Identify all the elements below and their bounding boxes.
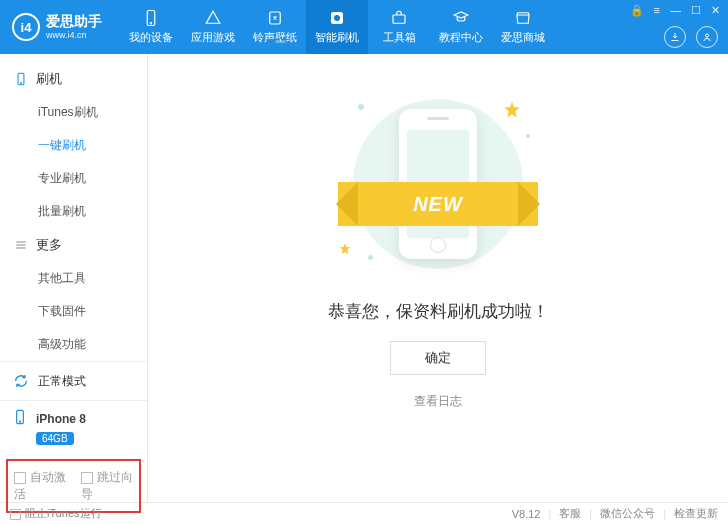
user-icon[interactable]	[696, 26, 718, 48]
lock-icon[interactable]: 🔒	[630, 4, 644, 17]
star-icon	[502, 100, 522, 120]
titlebar: i4 爱思助手 www.i4.cn 我的设备 应用游戏 铃声壁纸 智能刷机 工具…	[0, 0, 728, 54]
wechat-link[interactable]: 微信公众号	[600, 506, 655, 521]
sidebar-group-more: 更多	[0, 228, 147, 262]
new-ribbon: NEW	[338, 182, 538, 226]
app-url: www.i4.cn	[46, 30, 102, 41]
options-highlight: 自动激活 跳过向导	[6, 459, 141, 513]
mode-status[interactable]: 正常模式	[0, 361, 147, 400]
success-illustration: NEW	[328, 94, 548, 274]
support-link[interactable]: 客服	[559, 506, 581, 521]
window-controls: 🔒 ≡ — ☐ ✕	[630, 4, 720, 17]
main-content: NEW 恭喜您，保资料刷机成功啦！ 确定 查看日志	[148, 54, 728, 502]
main-tabs: 我的设备 应用游戏 铃声壁纸 智能刷机 工具箱 教程中心 爱思商城	[120, 0, 554, 54]
refresh-icon	[12, 372, 30, 390]
tab-apps[interactable]: 应用游戏	[182, 0, 244, 54]
svg-point-7	[21, 83, 22, 84]
sidebar: 刷机 iTunes刷机 一键刷机 专业刷机 批量刷机 更多 其他工具 下载固件 …	[0, 54, 148, 502]
logo-icon: i4	[12, 13, 40, 41]
svg-rect-4	[393, 15, 405, 23]
skip-guide-checkbox[interactable]: 跳过向导	[81, 469, 134, 503]
ok-button[interactable]: 确定	[390, 341, 486, 375]
list-icon	[14, 238, 28, 252]
device-box[interactable]: iPhone 8 64GB	[0, 400, 147, 453]
storage-badge: 64GB	[36, 432, 74, 445]
phone-icon	[12, 409, 28, 428]
svg-point-5	[706, 34, 709, 37]
close-icon[interactable]: ✕	[711, 4, 720, 17]
sidebar-item-firmware[interactable]: 下载固件	[0, 295, 147, 328]
tab-tools[interactable]: 工具箱	[368, 0, 430, 54]
app-name: 爱思助手	[46, 13, 102, 30]
tab-device[interactable]: 我的设备	[120, 0, 182, 54]
svg-point-9	[19, 421, 20, 422]
block-itunes-checkbox[interactable]: 阻止iTunes运行	[10, 506, 102, 521]
device-name: iPhone 8	[36, 412, 86, 426]
sidebar-item-other[interactable]: 其他工具	[0, 262, 147, 295]
tab-flash[interactable]: 智能刷机	[306, 0, 368, 54]
svg-point-1	[150, 23, 151, 24]
minimize-icon[interactable]: —	[670, 4, 681, 17]
version-label: V8.12	[512, 508, 541, 520]
tab-ringtone[interactable]: 铃声壁纸	[244, 0, 306, 54]
menu-icon[interactable]: ≡	[654, 4, 660, 17]
success-message: 恭喜您，保资料刷机成功啦！	[328, 300, 549, 323]
sidebar-item-itunes[interactable]: iTunes刷机	[0, 96, 147, 129]
app-logo: i4 爱思助手 www.i4.cn	[0, 13, 114, 41]
download-icon[interactable]	[664, 26, 686, 48]
mode-label: 正常模式	[38, 373, 86, 390]
update-link[interactable]: 检查更新	[674, 506, 718, 521]
sidebar-group-flash: 刷机	[0, 62, 147, 96]
star-icon	[338, 242, 352, 256]
tab-tutorial[interactable]: 教程中心	[430, 0, 492, 54]
view-log-link[interactable]: 查看日志	[414, 393, 462, 410]
sidebar-item-batch[interactable]: 批量刷机	[0, 195, 147, 228]
sidebar-item-advanced[interactable]: 高级功能	[0, 328, 147, 361]
sidebar-item-pro[interactable]: 专业刷机	[0, 162, 147, 195]
tab-mall[interactable]: 爱思商城	[492, 0, 554, 54]
maximize-icon[interactable]: ☐	[691, 4, 701, 17]
sidebar-item-oneclick[interactable]: 一键刷机	[0, 129, 147, 162]
phone-icon	[14, 72, 28, 86]
auto-activate-checkbox[interactable]: 自动激活	[14, 469, 67, 503]
